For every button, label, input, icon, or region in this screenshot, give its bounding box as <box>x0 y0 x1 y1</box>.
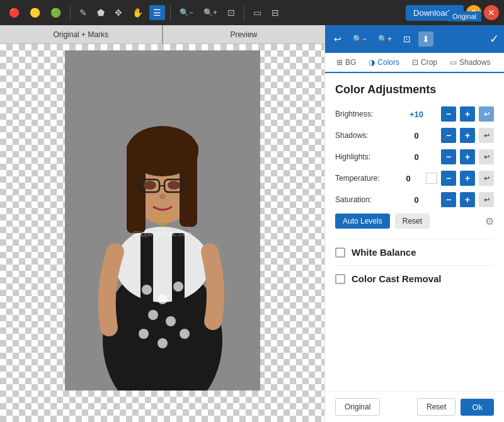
brightness-plus-btn[interactable]: + <box>460 106 475 122</box>
temperature-minus-btn[interactable]: − <box>441 171 456 186</box>
menu-tool-btn[interactable]: ☰ <box>149 5 165 20</box>
confirm-btn[interactable]: ✓ <box>490 32 499 46</box>
svg-point-27 <box>139 329 149 339</box>
saturation-value: 0 <box>396 195 437 205</box>
person-image: ClippingMagic.com <box>65 50 260 391</box>
temperature-reset-btn[interactable]: ↩ <box>479 171 494 186</box>
brightness-minus-btn[interactable]: − <box>441 106 456 122</box>
canvas-content[interactable]: ClippingMagic.com <box>0 44 324 422</box>
saturation-reset-btn[interactable]: ↩ <box>479 192 494 207</box>
shadows-label: Shadows: <box>335 131 392 140</box>
shadows-minus-btn[interactable]: − <box>441 128 456 143</box>
crop-icon: ⊡ <box>412 58 418 67</box>
main-toolbar: 🔴 🟡 🟢 ✎ ⬟ ✥ ✋ ☰ 🔍− 🔍+ ⊡ ▭ ⊟ Download ↓ ?… <box>0 0 504 25</box>
svg-point-29 <box>158 338 168 348</box>
svg-point-24 <box>173 282 183 292</box>
right-panel: ↩ 🔍− 🔍+ ⊡ ⬇ ✓ Original ⊞ BG ◑ Colors ⊡ <box>324 25 504 422</box>
saturation-plus-btn[interactable]: + <box>460 192 475 207</box>
highlights-row: Highlights: 0 − + ↩ <box>335 149 494 164</box>
panel-fit-btn[interactable]: ⊡ <box>399 31 415 47</box>
saturation-row: Saturation: 0 − + ↩ <box>335 192 494 207</box>
tab-shadows[interactable]: ▭ Shadows <box>444 53 496 73</box>
gear-icon[interactable]: ⚙ <box>485 215 494 227</box>
color-cast-section: Color Cast Removal <box>335 265 494 292</box>
close-button[interactable]: ✕ <box>484 5 499 20</box>
tab-bg[interactable]: ⊞ BG <box>330 53 362 73</box>
color-cast-checkbox[interactable] <box>335 274 345 284</box>
brightness-reset-btn[interactable]: ↩ <box>479 106 494 122</box>
white-balance-section: White Balance <box>335 239 494 265</box>
temperature-row: Temperature: 0 − + ↩ <box>335 171 494 186</box>
fit-btn[interactable]: ⊡ <box>224 5 239 20</box>
minimize-btn[interactable]: 🟡 <box>26 5 44 20</box>
section-title: Color Adjustments <box>335 83 494 96</box>
auto-levels-button[interactable]: Auto Levels <box>335 214 390 229</box>
panel-zoom-in-btn[interactable]: 🔍+ <box>374 32 396 46</box>
pencil-tool-btn[interactable]: ✎ <box>76 5 91 20</box>
color-cast-header[interactable]: Color Cast Removal <box>335 273 494 284</box>
panel-download-btn[interactable]: ⬇ <box>418 31 433 47</box>
svg-text:ClippingMagic.com: ClippingMagic.com <box>133 230 192 237</box>
bg-icon: ⊞ <box>336 58 343 67</box>
undo-btn[interactable]: ↩ <box>330 31 345 47</box>
temperature-swatch <box>426 173 437 184</box>
auto-levels-row: Auto Levels Reset ⚙ <box>335 214 494 229</box>
shadows-row: Shadows: 0 − + ↩ <box>335 128 494 143</box>
highlights-reset-btn[interactable]: ↩ <box>479 149 494 164</box>
svg-point-17 <box>168 181 180 190</box>
highlights-minus-btn[interactable]: − <box>441 149 456 164</box>
tab-colors[interactable]: ◑ Colors <box>362 53 406 73</box>
white-balance-header[interactable]: White Balance <box>335 247 494 258</box>
separator-3 <box>244 5 244 20</box>
saturation-label: Saturation: <box>335 195 392 204</box>
split-view-btn[interactable]: ⊟ <box>268 5 283 20</box>
white-balance-checkbox[interactable] <box>335 248 345 258</box>
image-wrapper: ClippingMagic.com <box>65 50 260 391</box>
svg-point-28 <box>180 329 190 339</box>
close-red-btn[interactable]: 🔴 <box>5 5 23 20</box>
brightness-value: +10 <box>396 110 437 119</box>
zoom-out-btn[interactable]: 🔍− <box>176 6 197 20</box>
svg-point-16 <box>144 181 156 190</box>
shadows-icon: ▭ <box>450 58 457 67</box>
colors-icon: ◑ <box>369 58 375 67</box>
reset-button[interactable]: Reset <box>417 398 455 416</box>
original-badge: Original <box>447 11 481 21</box>
panel-toolbar: ↩ 🔍− 🔍+ ⊡ ⬇ ✓ <box>325 25 504 53</box>
ok-button[interactable]: Ok <box>461 399 494 416</box>
original-button[interactable]: Original <box>335 398 380 416</box>
temperature-value: 0 <box>396 174 421 183</box>
original-label: Original + Marks <box>0 30 162 39</box>
panel-tabs: ⊞ BG ◑ Colors ⊡ Crop ▭ Shadows <box>325 53 504 73</box>
shadows-reset-btn[interactable]: ↩ <box>479 128 494 143</box>
svg-point-22 <box>142 285 152 295</box>
temperature-plus-btn[interactable]: + <box>460 171 475 186</box>
tab-crop[interactable]: ⊡ Crop <box>406 53 444 73</box>
shape-tool-btn[interactable]: ⬟ <box>93 5 108 20</box>
panel-bottom: Original Reset Ok <box>325 391 504 422</box>
brightness-label: Brightness: <box>335 110 392 118</box>
hand-tool-btn[interactable]: ✋ <box>129 5 147 20</box>
svg-point-2 <box>115 227 210 302</box>
svg-rect-9 <box>180 151 197 227</box>
original-view-btn[interactable]: ▭ <box>249 5 265 20</box>
lasso-tool-btn[interactable]: ✥ <box>111 5 126 20</box>
highlights-plus-btn[interactable]: + <box>460 149 475 164</box>
zoom-in-btn[interactable]: 🔍+ <box>200 6 221 20</box>
color-cast-label: Color Cast Removal <box>352 273 442 284</box>
shadows-plus-btn[interactable]: + <box>460 128 475 143</box>
white-balance-label: White Balance <box>352 247 416 258</box>
main-layout: Original + Marks Preview <box>0 25 504 422</box>
panel-content: Color Adjustments Brightness: +10 − + ↩ … <box>325 73 504 391</box>
expand-btn[interactable]: 🟢 <box>47 5 65 20</box>
canvas-left[interactable]: ClippingMagic.com <box>0 44 324 422</box>
highlights-label: Highlights: <box>335 152 392 161</box>
svg-point-23 <box>158 294 168 304</box>
saturation-minus-btn[interactable]: − <box>441 192 456 207</box>
canvas-area: Original + Marks Preview <box>0 25 324 422</box>
temperature-label: Temperature: <box>335 174 392 183</box>
brightness-row: Brightness: +10 − + ↩ <box>335 106 494 122</box>
canvas-labels: Original + Marks Preview <box>0 25 324 44</box>
panel-zoom-out-btn[interactable]: 🔍− <box>349 32 370 46</box>
reset-adjustments-button[interactable]: Reset <box>395 214 430 229</box>
